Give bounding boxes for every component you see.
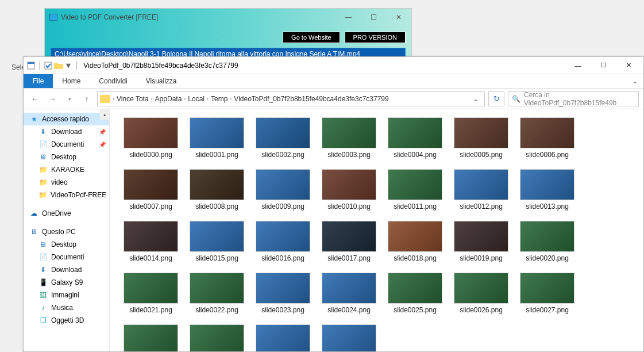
sidebar-item-label: KARAOKE	[51, 166, 84, 174]
file-item[interactable]: slide0012.png	[454, 169, 508, 211]
file-item[interactable]: slide0025.png	[388, 273, 442, 314]
sidebar-item-download[interactable]: ⬇Download📌	[24, 125, 109, 138]
file-item[interactable]: slide0010.png	[322, 169, 376, 211]
file-item[interactable]: slide0022.png	[190, 273, 244, 314]
minimize-button[interactable]: —	[565, 58, 591, 74]
close-button[interactable]: ✕	[386, 9, 411, 26]
breadcrumb-item[interactable]: VideoToPdf_0b7f2b8b15fe49bca4de3fe3c7c37…	[234, 95, 388, 103]
file-item[interactable]: slide0013.png	[520, 169, 574, 211]
thumbnail-image	[322, 221, 376, 252]
file-name: slide0018.png	[394, 254, 437, 262]
explorer-titlebar[interactable]: | ▾ | VideoToPdf_0b7f2b8b15fe49bca4de3fe…	[24, 57, 643, 74]
sidebar-item-label: Desktop	[51, 240, 76, 248]
thumbnail-image	[124, 169, 178, 200]
converter-titlebar[interactable]: Video to PDF Converter [FREE] — ☐ ✕	[45, 9, 411, 26]
checkbox-icon[interactable]	[43, 60, 53, 71]
thumbnail-image	[520, 221, 574, 252]
file-item[interactable]: slide0005.png	[454, 117, 508, 159]
sidebar-item-galaxy s9[interactable]: 📱Galaxy S9	[24, 276, 109, 289]
file-item[interactable]: slide0015.png	[190, 221, 244, 262]
tab-home[interactable]: Home	[53, 74, 90, 88]
sidebar-item-documenti[interactable]: 📄Documenti📌	[24, 138, 109, 151]
maximize-button[interactable]: ☐	[591, 58, 616, 74]
thumbnail-image	[520, 169, 574, 200]
file-item[interactable]: slide0024.png	[322, 273, 376, 314]
file-name: slide0024.png	[327, 306, 371, 314]
sidebar[interactable]: ▴ ★ Accesso rapido ⬇Download📌📄Documenti📌…	[24, 109, 110, 351]
tab-share[interactable]: Condividi	[90, 74, 136, 88]
tab-view[interactable]: Visualizza	[137, 74, 186, 88]
sidebar-item-label: Documenti	[51, 140, 84, 148]
file-item[interactable]: slide0001.png	[190, 117, 244, 159]
file-item[interactable]: slide0023.png	[256, 273, 310, 314]
refresh-button[interactable]: ↻	[488, 91, 504, 106]
converter-app-icon	[49, 14, 57, 21]
sidebar-item-karaoke[interactable]: 📁KARAOKE	[24, 163, 109, 176]
file-item[interactable]: slide0016.png	[256, 221, 310, 262]
sidebar-item-immagini[interactable]: 🖼Immagini	[24, 289, 109, 301]
sidebar-item-label: Immagini	[51, 291, 79, 299]
file-name: slide0011.png	[394, 202, 437, 211]
expand-ribbon-button[interactable]: ⌄	[626, 74, 643, 88]
file-item[interactable]: slide0006.png	[520, 117, 574, 159]
breadcrumb-dropdown[interactable]: ⌄	[469, 95, 482, 103]
file-item[interactable]: slide0017.png	[322, 221, 376, 262]
sidebar-quick-access[interactable]: ★ Accesso rapido	[24, 113, 109, 125]
img-icon: 🖼	[38, 290, 48, 300]
file-list[interactable]: slide0000.pngslide0001.pngslide0002.pngs…	[110, 109, 643, 351]
file-item[interactable]: slide0003.png	[322, 117, 376, 159]
thumbnail-image	[124, 117, 178, 148]
sidebar-item-download[interactable]: ⬇Download	[24, 263, 109, 276]
sidebar-item-documenti[interactable]: 📄Documenti	[24, 251, 109, 263]
back-button[interactable]: ←	[28, 92, 42, 106]
breadcrumb[interactable]: › Vince Tota › AppData › Local › Temp › …	[97, 91, 485, 106]
file-item[interactable]: slide0004.png	[388, 117, 442, 159]
forward-button[interactable]: →	[45, 92, 59, 106]
sidebar-item-videotopdf-free[interactable]: 📁VideoToPdf-FREE	[24, 189, 109, 201]
breadcrumb-item[interactable]: Vince Tota	[117, 95, 149, 103]
sidebar-item-label: VideoToPdf-FREE	[51, 191, 106, 199]
search-input[interactable]: 🔍 Cerca in VideoToPdf_0b7f2b8b15fe49b	[508, 91, 639, 106]
file-item[interactable]: slide0028.png	[124, 324, 178, 351]
sidebar-item-desktop[interactable]: 🖥Desktop	[24, 238, 109, 251]
file-item[interactable]: slide0019.png	[454, 221, 508, 262]
thumbnail-image	[520, 273, 574, 304]
file-item[interactable]: slide0031.png	[322, 324, 376, 351]
file-item[interactable]: slide0009.png	[256, 169, 310, 211]
file-item[interactable]: slide0007.png	[124, 169, 178, 211]
sidebar-item-video[interactable]: 📁video	[24, 176, 109, 189]
file-item[interactable]: slide0011.png	[388, 169, 442, 211]
file-item[interactable]: slide0014.png	[124, 221, 178, 262]
file-item[interactable]: slide0029.png	[190, 324, 244, 351]
recent-dropdown[interactable]: ▾	[63, 92, 76, 106]
maximize-button[interactable]: ☐	[361, 9, 386, 26]
file-item[interactable]: slide0018.png	[388, 221, 442, 262]
sidebar-item-desktop[interactable]: 🖥Desktop	[24, 151, 109, 163]
breadcrumb-item[interactable]: AppData	[155, 95, 182, 103]
breadcrumb-item[interactable]: Local	[188, 95, 205, 103]
tab-file[interactable]: File	[24, 74, 53, 88]
music-icon: ♪	[38, 303, 48, 312]
file-item[interactable]: slide0002.png	[256, 117, 310, 159]
breadcrumb-item[interactable]: Temp	[211, 95, 227, 103]
minimize-button[interactable]: —	[336, 9, 361, 26]
ribbon-tabs: File Home Condividi Visualizza ⌄	[24, 74, 643, 89]
file-item[interactable]: slide0008.png	[190, 169, 244, 211]
pro-version-button[interactable]: PRO VERSION	[345, 32, 406, 43]
file-item[interactable]: slide0000.png	[124, 117, 178, 159]
sidebar-this-pc[interactable]: 🖥 Questo PC	[24, 225, 109, 238]
file-item[interactable]: slide0030.png	[256, 324, 310, 351]
sidebar-item-oggetti 3d[interactable]: ❒Oggetti 3D	[24, 314, 109, 327]
file-item[interactable]: slide0027.png	[520, 273, 574, 314]
sidebar-item-musica[interactable]: ♪Musica	[24, 301, 109, 314]
properties-icon[interactable]	[26, 60, 36, 71]
sidebar-onedrive[interactable]: ☁ OneDrive	[24, 207, 109, 220]
file-item[interactable]: slide0026.png	[454, 273, 508, 314]
up-button[interactable]: ↑	[80, 92, 94, 106]
go-to-website-button[interactable]: Go to Website	[283, 32, 340, 43]
close-button[interactable]: ✕	[616, 58, 641, 74]
doc-icon: 📄	[38, 140, 48, 149]
file-item[interactable]: slide0020.png	[520, 221, 574, 262]
file-item[interactable]: slide0021.png	[124, 273, 178, 314]
scroll-up-icon[interactable]: ▴	[100, 109, 109, 120]
